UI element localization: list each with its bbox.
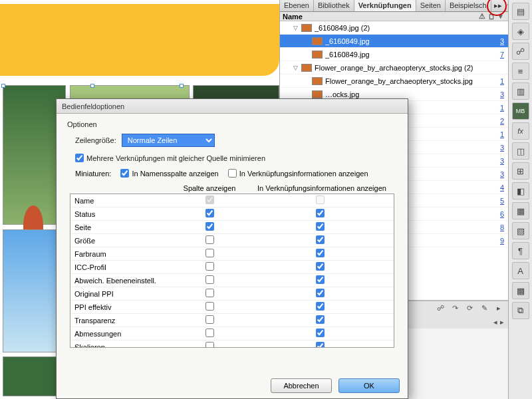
stroke-icon[interactable]: ≡ (512, 63, 529, 80)
show-info-checkbox[interactable] (316, 196, 325, 204)
edit-icon[interactable]: ✎ (479, 303, 489, 314)
row-size-select[interactable]: Normale Zeilen (122, 134, 215, 147)
link-thumb (301, 64, 312, 72)
library-icon[interactable]: ▥ (512, 82, 529, 100)
relink-icon[interactable]: ☍ (435, 303, 446, 314)
option-name: Original PPI (74, 290, 173, 298)
selection-handle[interactable] (180, 84, 184, 88)
show-column-checkbox[interactable] (205, 275, 214, 284)
show-column-checkbox[interactable] (205, 315, 214, 324)
link-thumb (312, 51, 323, 59)
update-icon[interactable]: ⟳ (464, 303, 475, 314)
table-icon[interactable]: ▦ (512, 202, 529, 219)
effects-icon[interactable]: fx (512, 122, 529, 140)
link-page[interactable]: 3 (495, 144, 508, 152)
option-row: Skalieren (70, 340, 394, 348)
panel-menu-icon[interactable]: ▾≡ (505, 0, 508, 11)
link-page[interactable]: 6 (495, 210, 508, 218)
link-page[interactable]: 3 (495, 90, 508, 98)
warning-icon[interactable]: ⚠ (477, 12, 487, 21)
selection-handle[interactable] (90, 84, 94, 88)
link-page[interactable]: 4 (495, 184, 508, 192)
dialog-title[interactable]: Bedienfeldoptionen (57, 99, 408, 114)
copy-icon[interactable]: ⧉ (512, 302, 529, 319)
option-name: Skalieren (74, 343, 173, 348)
object-styles-icon[interactable]: ◫ (512, 142, 529, 160)
para-styles-icon[interactable]: ¶ (512, 242, 529, 259)
tab-bibliothek[interactable]: Bibliothek (314, 0, 354, 11)
show-column-checkbox[interactable] (205, 329, 214, 337)
sort-icon[interactable]: ▾ (496, 12, 505, 21)
link-page[interactable]: 1 (495, 104, 508, 112)
link-page[interactable]: 3 (495, 170, 508, 178)
tab-seiten[interactable]: Seiten (416, 0, 446, 11)
show-info-checkbox[interactable] (316, 342, 325, 348)
tab-ebenen[interactable]: Ebenen (280, 0, 314, 11)
char-styles-icon[interactable]: A (512, 262, 529, 279)
pages-icon[interactable]: ▤ (512, 3, 529, 20)
show-column-checkbox[interactable] (205, 235, 214, 244)
minimize-checkbox[interactable] (75, 154, 84, 162)
disclosure-icon[interactable]: ▽ (293, 25, 301, 31)
link-page[interactable]: 5 (495, 197, 508, 205)
link-row[interactable]: Flower_orange_by_archaeopteryx_stocks.jp… (280, 74, 508, 88)
next-icon[interactable]: ▸ (500, 318, 504, 327)
disclosure-icon[interactable]: ▽ (293, 65, 301, 71)
link-page[interactable]: 8 (495, 223, 508, 231)
col-name[interactable]: Name (283, 13, 477, 21)
show-column-checkbox[interactable] (205, 209, 214, 217)
show-column-checkbox[interactable] (205, 222, 214, 231)
link-row[interactable]: _6160849.jpg7 (280, 48, 508, 61)
options-list[interactable]: NameStatusSeiteGrößeFarbraumICC-ProfilAb… (70, 194, 394, 348)
ok-button[interactable]: OK (338, 378, 400, 393)
link-row[interactable]: _6160849.jpg3 (280, 35, 508, 48)
show-info-checkbox[interactable] (316, 249, 325, 257)
align-icon[interactable]: ⊞ (512, 162, 529, 180)
tab-overflow-icon[interactable]: ▸▸ (491, 0, 505, 11)
link-row[interactable]: ▽_6160849.jpg (2) (280, 21, 508, 35)
goto-icon[interactable]: ↷ (450, 303, 460, 314)
mb-icon[interactable]: MB (512, 102, 529, 120)
selection-handle[interactable] (1, 84, 5, 88)
show-info-checkbox[interactable] (316, 302, 325, 311)
show-info-checkbox[interactable] (316, 329, 325, 337)
show-info-checkbox[interactable] (316, 235, 325, 244)
cell-styles-icon[interactable]: ▧ (512, 222, 529, 239)
show-info-checkbox[interactable] (316, 262, 325, 271)
page-col-icon[interactable]: 🗋 (487, 13, 496, 21)
thumb-name-checkbox[interactable] (120, 169, 129, 178)
link-page[interactable]: 2 (495, 117, 508, 125)
pathfinder-icon[interactable]: ◧ (512, 182, 529, 200)
tab-beispiel[interactable]: Beispielsch (446, 0, 491, 11)
prev-icon[interactable]: ◂ (493, 318, 497, 327)
link-name: Flower_orange_by_archaeopteryx_stocks.jp… (325, 77, 495, 85)
col-header-info: In Verknüpfungsinformationen anzeigen (249, 184, 394, 192)
show-info-checkbox[interactable] (316, 289, 325, 297)
show-column-checkbox[interactable] (205, 342, 214, 348)
link-page[interactable]: 1 (495, 77, 508, 85)
show-info-checkbox[interactable] (316, 315, 325, 324)
show-column-checkbox[interactable] (205, 196, 214, 204)
link-row[interactable]: ▽Flower_orange_by_archaeopteryx_stocks.j… (280, 61, 508, 74)
show-column-checkbox[interactable] (205, 302, 214, 311)
swatches-icon[interactable]: ▩ (512, 282, 529, 299)
tab-verknuepfungen[interactable]: Verknüpfungen (354, 0, 416, 11)
thumb-info-checkbox[interactable] (228, 169, 237, 178)
link-page[interactable]: 1 (495, 130, 508, 138)
link-page[interactable]: 7 (495, 51, 508, 59)
link-page[interactable]: 3 (495, 157, 508, 165)
show-column-checkbox[interactable] (205, 289, 214, 297)
show-info-checkbox[interactable] (316, 209, 325, 217)
link-page[interactable]: 3 (495, 37, 508, 45)
show-column-checkbox[interactable] (205, 262, 214, 271)
link-thumb (312, 90, 323, 98)
cancel-button[interactable]: Abbrechen (271, 378, 332, 393)
layers-icon[interactable]: ◈ (512, 23, 529, 40)
minimize-label: Mehrere Verknüpfungen mit gleicher Quell… (86, 154, 265, 162)
show-column-checkbox[interactable] (205, 249, 214, 257)
link-page[interactable]: 9 (495, 237, 508, 245)
show-info-checkbox[interactable] (316, 275, 325, 284)
show-info-checkbox[interactable] (316, 222, 325, 231)
links-icon[interactable]: ☍ (512, 43, 529, 60)
expand-icon[interactable]: ▸ (493, 303, 504, 314)
